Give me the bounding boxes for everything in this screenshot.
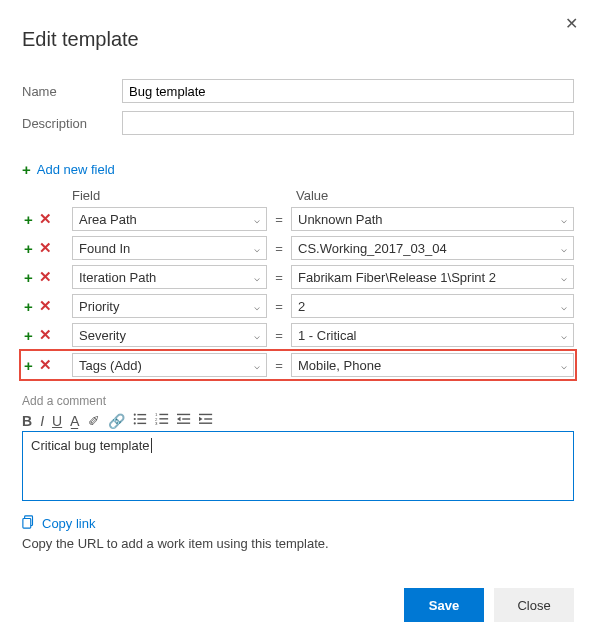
plus-icon[interactable]: +: [24, 269, 33, 286]
dialog-title: Edit template: [22, 28, 574, 51]
value-select[interactable]: 2⌵: [291, 294, 574, 318]
field-row: +✕Area Path⌵=Unknown Path⌵: [22, 207, 574, 231]
header-field: Field: [72, 188, 272, 203]
row-actions: +✕: [22, 210, 72, 228]
field-select-value: Area Path: [79, 212, 137, 227]
value-select[interactable]: CS.Working_2017_03_04⌵: [291, 236, 574, 260]
dialog-footer: Save Close: [404, 588, 574, 622]
rich-text-toolbar: B I U A̲ ✐ 🔗 123: [22, 412, 574, 429]
plus-icon[interactable]: +: [24, 357, 33, 374]
name-label: Name: [22, 84, 122, 99]
value-select[interactable]: Mobile, Phone⌵: [291, 353, 574, 377]
field-select[interactable]: Severity⌵: [72, 323, 267, 347]
delete-icon[interactable]: ✕: [39, 356, 52, 374]
indent-icon[interactable]: [199, 412, 213, 429]
svg-rect-1: [138, 414, 147, 415]
row-actions: +✕: [22, 326, 72, 344]
comment-label: Add a comment: [22, 394, 574, 408]
svg-rect-19: [199, 423, 212, 424]
delete-icon[interactable]: ✕: [39, 268, 52, 286]
delete-icon[interactable]: ✕: [39, 326, 52, 344]
field-select[interactable]: Priority⌵: [72, 294, 267, 318]
name-input[interactable]: [122, 79, 574, 103]
svg-rect-11: [160, 423, 169, 424]
header-value: Value: [296, 188, 574, 203]
value-select-value: 1 - Critical: [298, 328, 357, 343]
copy-hint: Copy the URL to add a work item using th…: [22, 536, 574, 551]
delete-icon[interactable]: ✕: [39, 239, 52, 257]
svg-rect-5: [138, 423, 147, 424]
value-select[interactable]: Fabrikam Fiber\Release 1\Sprint 2⌵: [291, 265, 574, 289]
row-actions: +✕: [22, 356, 72, 374]
value-select[interactable]: Unknown Path⌵: [291, 207, 574, 231]
plus-icon[interactable]: +: [24, 211, 33, 228]
close-icon[interactable]: ✕: [565, 14, 578, 33]
clear-format-icon[interactable]: ✐: [88, 413, 100, 429]
svg-rect-15: [177, 423, 190, 424]
bullet-list-icon[interactable]: [133, 412, 147, 429]
delete-icon[interactable]: ✕: [39, 297, 52, 315]
chevron-down-icon: ⌵: [254, 301, 260, 312]
field-select[interactable]: Found In⌵: [72, 236, 267, 260]
delete-icon[interactable]: ✕: [39, 210, 52, 228]
row-actions: +✕: [22, 239, 72, 257]
plus-icon[interactable]: +: [24, 298, 33, 315]
field-select[interactable]: Iteration Path⌵: [72, 265, 267, 289]
underline-icon[interactable]: U: [52, 413, 62, 429]
field-select-value: Tags (Add): [79, 358, 142, 373]
equals-label: =: [267, 270, 291, 285]
field-row: +✕Found In⌵=CS.Working_2017_03_04⌵: [22, 236, 574, 260]
chevron-down-icon: ⌵: [561, 330, 567, 341]
svg-rect-7: [160, 414, 169, 415]
equals-label: =: [267, 241, 291, 256]
plus-icon[interactable]: +: [24, 327, 33, 344]
comment-text: Critical bug template: [31, 438, 150, 453]
link-icon[interactable]: 🔗: [108, 413, 125, 429]
equals-label: =: [267, 358, 291, 373]
chevron-down-icon: ⌵: [254, 214, 260, 225]
chevron-down-icon: ⌵: [254, 360, 260, 371]
bold-icon[interactable]: B: [22, 413, 32, 429]
description-row: Description: [22, 111, 574, 135]
add-new-field-label: Add new field: [37, 162, 115, 177]
plus-icon: +: [22, 161, 31, 178]
chevron-down-icon: ⌵: [561, 301, 567, 312]
numbered-list-icon[interactable]: 123: [155, 412, 169, 429]
value-select[interactable]: 1 - Critical⌵: [291, 323, 574, 347]
chevron-down-icon: ⌵: [561, 272, 567, 283]
field-select[interactable]: Tags (Add)⌵: [72, 353, 267, 377]
svg-point-0: [134, 414, 136, 416]
font-color-icon[interactable]: A̲: [70, 413, 80, 429]
chevron-down-icon: ⌵: [254, 272, 260, 283]
equals-label: =: [267, 212, 291, 227]
description-input[interactable]: [122, 111, 574, 135]
value-select-value: Mobile, Phone: [298, 358, 381, 373]
field-select[interactable]: Area Path⌵: [72, 207, 267, 231]
chevron-down-icon: ⌵: [254, 330, 260, 341]
copy-icon: [22, 515, 36, 532]
save-button[interactable]: Save: [404, 588, 484, 622]
add-new-field-link[interactable]: + Add new field: [22, 161, 115, 178]
italic-icon[interactable]: I: [40, 413, 44, 429]
field-row: +✕Priority⌵=2⌵: [22, 294, 574, 318]
field-rows: +✕Area Path⌵=Unknown Path⌵+✕Found In⌵=CS…: [22, 207, 574, 378]
value-select-value: 2: [298, 299, 305, 314]
svg-point-4: [134, 422, 136, 424]
equals-label: =: [267, 328, 291, 343]
chevron-down-icon: ⌵: [561, 214, 567, 225]
copy-link[interactable]: Copy link: [22, 515, 95, 532]
svg-rect-12: [177, 414, 190, 415]
close-button[interactable]: Close: [494, 588, 574, 622]
value-select-value: Unknown Path: [298, 212, 383, 227]
comment-input[interactable]: Critical bug template: [22, 431, 574, 501]
grid-header: Field Value: [22, 188, 574, 203]
outdent-icon[interactable]: [177, 412, 191, 429]
value-select-value: CS.Working_2017_03_04: [298, 241, 447, 256]
plus-icon[interactable]: +: [24, 240, 33, 257]
svg-rect-3: [138, 418, 147, 419]
svg-text:3: 3: [155, 421, 158, 426]
row-actions: +✕: [22, 297, 72, 315]
svg-marker-17: [199, 417, 203, 421]
chevron-down-icon: ⌵: [561, 243, 567, 254]
equals-label: =: [267, 299, 291, 314]
